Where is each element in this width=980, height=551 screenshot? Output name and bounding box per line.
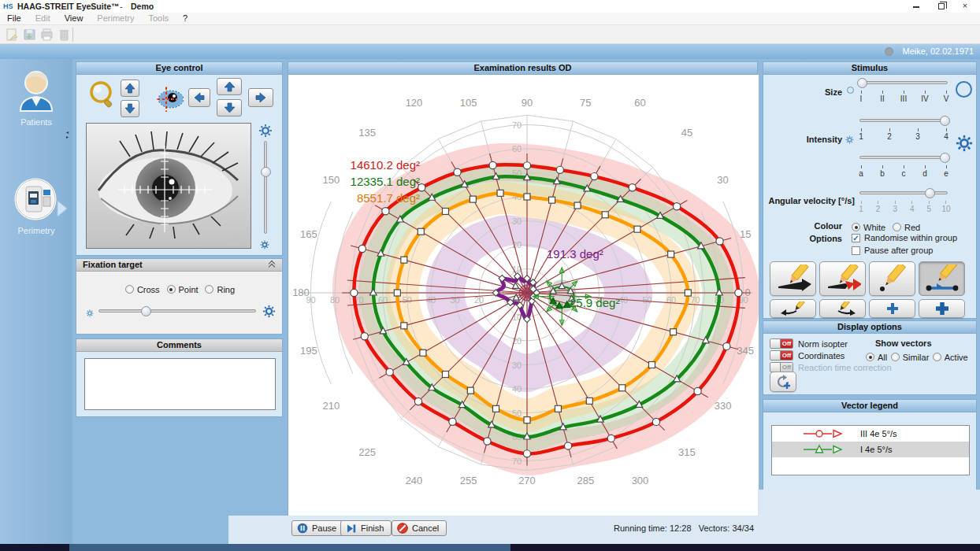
stimulus-header: Stimulus [763, 62, 976, 75]
svg-text:60: 60 [634, 97, 645, 109]
finish-button[interactable]: Finish [340, 520, 392, 536]
coordinates-toggle[interactable]: Off [770, 350, 793, 361]
menu-edit[interactable]: Edit [28, 13, 58, 23]
menu-perimetry[interactable]: Perimetry [90, 13, 141, 23]
svg-text:30: 30 [512, 216, 522, 226]
fixation-radio-ring[interactable]: Ring [205, 285, 235, 294]
fixation-radio-cross[interactable]: Cross [125, 285, 160, 294]
size-slider-thumb[interactable] [857, 78, 867, 88]
patient-bar: Meike, 02.02.1971 [0, 44, 980, 59]
pan-down-button[interactable] [217, 99, 242, 116]
pause-after-group-checkbox[interactable]: Pause after group [852, 246, 933, 255]
menu-file[interactable]: File [0, 13, 28, 23]
eye-nudge-up-button[interactable] [121, 80, 139, 97]
draw-vector-tool-button[interactable] [770, 261, 816, 296]
menu-tools[interactable]: Tools [141, 13, 176, 23]
fixation-brightness-slider[interactable] [98, 309, 256, 312]
draw-line-tool-button[interactable] [919, 261, 965, 296]
show-vectors-similar-radio[interactable]: Similar [891, 353, 930, 362]
sidebar-item-patients[interactable]: Patients [0, 67, 72, 127]
legend-row-i4e[interactable]: I 4e 5°/s [772, 442, 969, 457]
pan-up-button[interactable] [217, 78, 242, 95]
sidebar-item-patients-label: Patients [0, 117, 72, 127]
examination-results-header: Examination results OD [288, 62, 757, 75]
eye-tracking-target-icon[interactable] [154, 83, 187, 119]
finish-icon [346, 523, 357, 534]
print-icon[interactable] [39, 28, 55, 42]
refresh-norm-button[interactable] [770, 372, 796, 392]
magnifier-icon[interactable] [87, 80, 117, 113]
window-title: HAAG-STREIT EyeSuite™ [17, 2, 120, 11]
svg-text:255: 255 [460, 475, 477, 486]
eye-nudge-down-button[interactable] [121, 100, 139, 117]
small-edit-back-tool-button[interactable] [770, 299, 816, 318]
svg-text:14610.2 deg²: 14610.2 deg² [351, 158, 420, 172]
pan-right-button[interactable] [248, 88, 273, 107]
window-title-separator: - [120, 2, 123, 11]
fixation-brightness-thumb[interactable] [141, 306, 151, 316]
comments-input[interactable] [84, 358, 276, 410]
add-group-tool-button[interactable] [919, 299, 965, 318]
svg-text:150: 150 [323, 174, 340, 186]
intensity-large-gear-icon [956, 135, 973, 155]
svg-text:75: 75 [580, 97, 591, 109]
brightness-high-icon[interactable] [258, 124, 273, 141]
fixation-shape-group: Cross Point Ring [76, 283, 284, 297]
camera-brightness-slider[interactable] [264, 141, 267, 234]
show-vectors-all-radio[interactable]: All [866, 353, 887, 362]
show-vectors-similar-label: Similar [903, 353, 930, 362]
minimize-button[interactable] [908, 2, 925, 11]
legend-row-iii4e[interactable]: III 4e 5°/s [772, 426, 969, 442]
norm-isopter-toggle[interactable]: Off [770, 338, 793, 349]
vector-legend-panel: Vector legend III 4e 5°/s I 4e 5°/s [763, 399, 977, 492]
randomise-checkbox[interactable]: ✓Randomise within group [852, 233, 957, 242]
collapse-chevron-icon[interactable] [269, 261, 276, 268]
intensity-slider-thumb[interactable] [940, 116, 950, 126]
svg-text:90: 90 [522, 97, 533, 109]
sidebar-item-perimetry-label: Perimetry [0, 226, 72, 235]
svg-text:30: 30 [512, 361, 522, 370]
fixation-target-header: Fixation target [76, 259, 282, 272]
restore-button[interactable] [933, 2, 950, 11]
intensity-sub-slider-thumb[interactable] [940, 153, 950, 163]
close-button[interactable]: × [956, 2, 974, 11]
size-slider[interactable] [859, 81, 948, 84]
menu-view[interactable]: View [58, 13, 91, 23]
colour-red-label: Red [904, 223, 920, 232]
pan-left-button[interactable] [188, 88, 210, 107]
menu-help[interactable]: ? [176, 13, 195, 23]
svg-text:240: 240 [406, 475, 423, 486]
colour-radio-red[interactable]: Red [893, 223, 920, 232]
intensity-sub-slider[interactable] [859, 156, 948, 159]
sidebar-expand-arrow[interactable] [55, 199, 69, 218]
svg-text:225: 225 [358, 446, 376, 458]
intensity-sub-ticks: abcde [856, 165, 951, 178]
small-edit-forward-tool-button[interactable] [819, 299, 866, 318]
intensity-ticks: 1234 [856, 128, 951, 141]
brightness-low-icon[interactable] [260, 239, 269, 253]
cancel-button[interactable]: Cancel [392, 520, 447, 536]
camera-brightness-thumb[interactable] [261, 167, 271, 177]
add-vector-tool-button[interactable] [869, 299, 915, 318]
colour-radio-white[interactable]: White [852, 223, 885, 232]
fixation-radio-point[interactable]: Point [167, 285, 199, 294]
show-vectors-active-radio[interactable]: Active [933, 353, 968, 362]
svg-text:195: 195 [300, 345, 317, 357]
pause-button[interactable]: Pause [291, 520, 344, 536]
coordinates-row: Off Coordinates [770, 350, 845, 361]
draw-red-vector-tool-button[interactable] [819, 261, 866, 296]
cancel-button-label: Cancel [412, 523, 439, 533]
delete-icon[interactable] [57, 28, 72, 42]
panel-collapse-handle[interactable]: ◂▸ [66, 130, 69, 139]
fixation-brightness-high-icon [262, 305, 276, 321]
patient-name: Meike, 02.02.1971 [902, 46, 974, 56]
import-icon[interactable] [5, 28, 20, 42]
draw-point-tool-button[interactable] [869, 261, 915, 296]
menu-bar: FileEditViewPerimetryTools? [0, 13, 980, 25]
svg-text:15: 15 [740, 228, 751, 240]
perimetry-chart-canvas[interactable]: 2020303040405050606070708080909010102020… [288, 75, 759, 516]
save-icon[interactable] [22, 28, 38, 42]
angular-velocity-thumb[interactable] [925, 188, 935, 198]
intensity-slider[interactable] [859, 119, 948, 122]
angular-velocity-slider[interactable] [859, 191, 948, 194]
